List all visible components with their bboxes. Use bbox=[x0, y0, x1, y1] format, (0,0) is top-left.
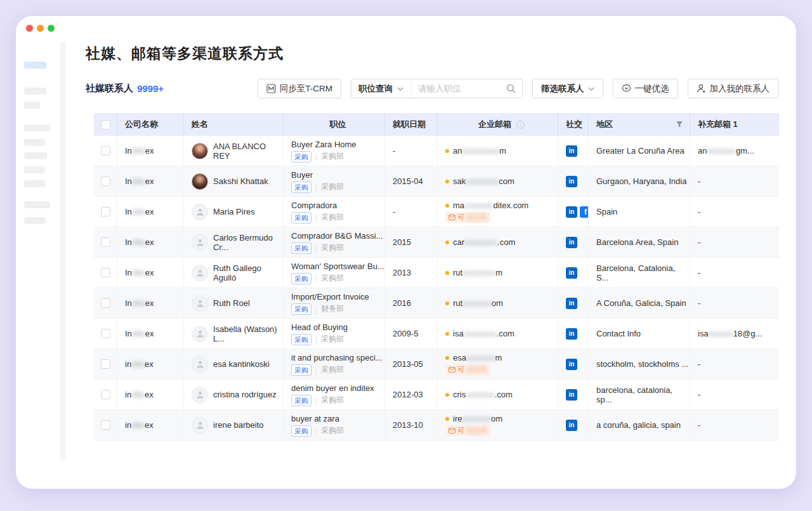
header-name: 姓名 bbox=[184, 113, 284, 136]
maximize-window-icon[interactable] bbox=[48, 25, 55, 32]
position-title: Buyer bbox=[291, 170, 313, 180]
region-cell: Spain bbox=[589, 197, 690, 227]
extra-email-cell: - bbox=[690, 227, 779, 257]
envelope-check-icon bbox=[449, 367, 455, 373]
table-row[interactable]: inditeex cristina rodríguez denim buyer … bbox=[94, 380, 779, 410]
facebook-icon[interactable]: f bbox=[580, 206, 589, 218]
sidebar-item[interactable] bbox=[24, 102, 40, 109]
row-checkbox[interactable] bbox=[101, 237, 110, 247]
contact-name: esa kantinkoski bbox=[213, 359, 270, 369]
sidebar-item[interactable] bbox=[24, 139, 45, 146]
position-search-input[interactable] bbox=[411, 84, 506, 93]
table-row[interactable]: Inditeex Ruth Gallego Agulló Woman' Spor… bbox=[94, 258, 779, 288]
table-row[interactable]: inditeex irene barbeito buyer at zara 采购… bbox=[94, 410, 779, 441]
procurement-tag: 采购 bbox=[291, 364, 311, 376]
table-row[interactable]: inditeex esa kantinkoski it and purchasi… bbox=[94, 349, 779, 380]
department-label: 采购部 bbox=[321, 182, 344, 192]
social-cell: inf bbox=[558, 197, 589, 227]
table-row[interactable]: Inditeex Sakshi Khattak Buyer 采购 | 采购部 2… bbox=[94, 166, 779, 197]
filter-funnel-icon[interactable] bbox=[676, 121, 683, 128]
info-icon[interactable] bbox=[516, 121, 525, 129]
start-date: 2009-5 bbox=[393, 329, 418, 338]
linkedin-icon[interactable]: in bbox=[566, 389, 577, 401]
email-status-dot bbox=[445, 356, 449, 360]
row-checkbox[interactable] bbox=[101, 420, 110, 430]
tag-divider: | bbox=[315, 366, 317, 375]
email-address: maxxxxxxxditex.com bbox=[453, 201, 528, 210]
email-address: crisxxxxxxx.com bbox=[453, 390, 513, 399]
sidebar-item[interactable] bbox=[24, 88, 46, 95]
search-icon[interactable] bbox=[506, 84, 516, 93]
name-cell: ANA BLANCO REY bbox=[184, 136, 284, 166]
row-checkbox[interactable] bbox=[101, 207, 110, 216]
sidebar-item[interactable] bbox=[24, 166, 45, 173]
linkedin-icon[interactable]: in bbox=[566, 298, 577, 309]
position-title: Comprador B&G Massi... bbox=[291, 231, 383, 241]
add-to-my-contacts-button[interactable]: 加入我的联系人 bbox=[688, 79, 779, 98]
email-address: rutxxxxxxxom bbox=[453, 298, 503, 308]
avatar bbox=[192, 234, 208, 251]
company-cell: Inditeex bbox=[117, 227, 184, 257]
badge-icon bbox=[622, 84, 631, 93]
position-cell: Comprador B&G Massi... 采购 | 采购部 bbox=[284, 227, 385, 257]
name-cell: Ruth Roel bbox=[184, 288, 284, 318]
email-status-dot bbox=[445, 180, 449, 183]
minimize-window-icon[interactable] bbox=[37, 25, 44, 32]
linkedin-icon[interactable]: in bbox=[566, 206, 577, 218]
email-cell: sakxxxxxxxxcom bbox=[438, 166, 558, 196]
position-query-dropdown[interactable]: 职位查询 bbox=[351, 79, 411, 98]
email-cell: irexxxxxxxom 可送达率 bbox=[438, 410, 558, 440]
social-cell: in bbox=[558, 288, 589, 318]
table-row[interactable]: Inditeex Carlos Bermudo Cr... Comprador … bbox=[94, 227, 779, 258]
linkedin-icon[interactable]: in bbox=[566, 145, 577, 157]
row-checkbox[interactable] bbox=[101, 359, 110, 369]
position-cell: Head of Buying 采购 | 采购部 bbox=[284, 319, 385, 348]
extra-email-cell: anxxxxxxxgm... bbox=[690, 136, 779, 166]
linkedin-icon[interactable]: in bbox=[566, 176, 577, 187]
one-click-optimize-button[interactable]: 一键优选 bbox=[613, 79, 678, 98]
close-window-icon[interactable] bbox=[26, 25, 33, 32]
email-status-dot bbox=[445, 302, 449, 305]
department-label: 采购部 bbox=[321, 395, 344, 406]
row-checkbox[interactable] bbox=[101, 298, 110, 308]
email-address: anxxxxxxxxxm bbox=[453, 146, 506, 156]
row-checkbox[interactable] bbox=[101, 268, 110, 277]
position-title: it and purchasing speci... bbox=[291, 353, 383, 362]
row-checkbox[interactable] bbox=[101, 390, 110, 399]
table-row[interactable]: Inditeex Isabella (Watson) L... Head of … bbox=[94, 319, 779, 349]
envelope-check-icon bbox=[449, 428, 455, 434]
row-checkbox[interactable] bbox=[101, 176, 110, 186]
linkedin-icon[interactable]: in bbox=[566, 328, 577, 340]
filter-contacts-dropdown[interactable]: 筛选联系人 bbox=[532, 79, 603, 98]
linkedin-icon[interactable]: in bbox=[566, 420, 577, 431]
sidebar-item[interactable] bbox=[24, 217, 46, 224]
row-checkbox[interactable] bbox=[101, 146, 110, 156]
table-row[interactable]: Inditeex Maria Pires Compradora 采购 | 采购部… bbox=[94, 197, 779, 227]
name-cell: Sakshi Khattak bbox=[184, 166, 284, 196]
table-row[interactable]: Inditeex ANA BLANCO REY Buyer Zara Home … bbox=[94, 136, 779, 166]
social-cell: in bbox=[558, 136, 589, 166]
table-row[interactable]: Inditeex Ruth Roel Import/Export Invoice… bbox=[94, 288, 779, 319]
tag-divider: | bbox=[315, 335, 317, 344]
email-address: esaxxxxxxxm bbox=[453, 353, 502, 362]
region-text: barcelona, catalonia, sp... bbox=[596, 385, 690, 404]
email-cell: rutxxxxxxxom bbox=[438, 288, 558, 318]
sidebar-item[interactable] bbox=[24, 201, 50, 208]
name-cell: cristina rodríguez bbox=[184, 380, 284, 409]
sync-tcrm-button[interactable]: 同步至T-CRM bbox=[258, 79, 341, 98]
linkedin-icon[interactable]: in bbox=[566, 267, 577, 279]
row-checkbox[interactable] bbox=[101, 329, 110, 338]
start-date: 2016 bbox=[393, 298, 411, 308]
extra-email-cell: - bbox=[690, 380, 779, 409]
sidebar-item[interactable] bbox=[24, 180, 45, 187]
linkedin-icon[interactable]: in bbox=[566, 237, 577, 248]
linkedin-icon[interactable]: in bbox=[566, 359, 577, 370]
sidebar-item[interactable] bbox=[24, 152, 47, 159]
sidebar-item-active[interactable] bbox=[24, 62, 46, 69]
department-label: 采购部 bbox=[321, 212, 344, 223]
contact-list-label: 社媒联系人 bbox=[86, 83, 133, 95]
sidebar-item[interactable] bbox=[24, 124, 50, 131]
position-cell: Buyer Zara Home 采购 | 采购部 bbox=[284, 136, 385, 166]
extra-email-cell: - bbox=[690, 197, 779, 227]
select-all-checkbox[interactable] bbox=[101, 120, 110, 129]
